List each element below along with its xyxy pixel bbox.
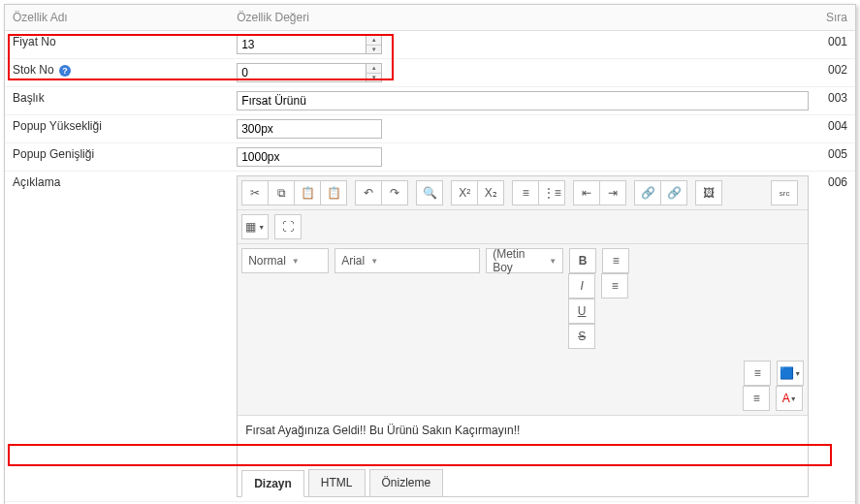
unordered-list-icon[interactable]: ⋮≡ bbox=[538, 180, 565, 205]
size-dropdown[interactable]: (Metin Boy▼ bbox=[486, 248, 563, 273]
paste-special-icon[interactable]: 📋 bbox=[320, 180, 347, 205]
cut-icon[interactable]: ✂ bbox=[241, 180, 269, 205]
properties-panel: Özellik Adı Özellik Değeri Sıra Fiyat No… bbox=[4, 4, 856, 504]
tab-preview[interactable]: Önizleme bbox=[369, 469, 444, 496]
label-stok-no: Stok No ? bbox=[5, 59, 229, 87]
tab-html[interactable]: HTML bbox=[308, 469, 366, 496]
row-popup-height: Popup Yüksekliği 004 bbox=[5, 115, 855, 143]
tab-design[interactable]: Dizayn bbox=[241, 470, 304, 497]
align-left-icon[interactable]: ≡ bbox=[602, 248, 629, 273]
properties-table: Özellik Adı Özellik Değeri Sıra Fiyat No… bbox=[5, 5, 855, 504]
editor-content[interactable]: Fırsat Ayağınıza Geldi!! Bu Ürünü Sakın … bbox=[238, 416, 808, 464]
help-icon[interactable]: ? bbox=[59, 65, 71, 77]
label-popup-width: Popup Genişliği bbox=[5, 143, 229, 172]
row-baslik: Başlık 003 bbox=[5, 87, 855, 115]
label-baslik: Başlık bbox=[5, 87, 229, 115]
order-001: 001 bbox=[816, 31, 855, 59]
italic-icon[interactable]: I bbox=[568, 273, 595, 299]
order-004: 004 bbox=[816, 115, 855, 143]
label-aciklama: Açıklama bbox=[5, 172, 229, 502]
paste-icon[interactable]: 📋 bbox=[294, 180, 321, 205]
step-down-icon[interactable]: ▼ bbox=[366, 74, 381, 82]
align-right-icon[interactable]: ≡ bbox=[744, 361, 771, 386]
label-popup-height: Popup Yüksekliği bbox=[5, 115, 229, 143]
underline-icon[interactable]: U bbox=[568, 299, 595, 324]
rich-text-editor: ✂ ⧉ 📋 📋 ↶ ↷ 🔍 X² bbox=[237, 175, 809, 497]
unlink-icon[interactable]: 🔗 bbox=[660, 180, 687, 205]
label-fiyat-no: Fiyat No bbox=[5, 31, 229, 59]
editor-toolbar-3: Normal▼ Arial▼ (Metin Boy▼ B I U S ≡ ≡ bbox=[238, 244, 808, 416]
indent-icon[interactable]: ⇥ bbox=[599, 180, 626, 205]
font-dropdown[interactable]: Arial▼ bbox=[334, 248, 480, 273]
ordered-list-icon[interactable]: ≡ bbox=[512, 180, 539, 205]
stok-no-stepper[interactable]: ▲▼ bbox=[237, 63, 382, 82]
row-fiyat-no: Fiyat No ▲▼ 001 bbox=[5, 31, 855, 59]
redo-icon[interactable]: ↷ bbox=[381, 180, 408, 205]
order-003: 003 bbox=[816, 87, 855, 115]
back-color-icon[interactable]: 🟦▼ bbox=[777, 361, 804, 386]
header-name: Özellik Adı bbox=[5, 5, 229, 31]
order-005: 005 bbox=[816, 143, 855, 172]
format-dropdown[interactable]: Normal▼ bbox=[241, 248, 329, 273]
editor-mode-tabs: Dizayn HTML Önizleme bbox=[238, 464, 808, 496]
popup-width-input[interactable] bbox=[237, 147, 382, 167]
order-002: 002 bbox=[816, 59, 855, 87]
row-aciklama: Açıklama ✂ ⧉ 📋 📋 ↶ ↷ bbox=[5, 172, 855, 502]
baslik-input[interactable] bbox=[237, 91, 809, 110]
align-justify-icon[interactable]: ≡ bbox=[743, 386, 770, 411]
step-up-icon[interactable]: ▲ bbox=[366, 64, 381, 74]
bold-icon[interactable]: B bbox=[569, 248, 596, 273]
fullscreen-icon[interactable]: ⛶ bbox=[274, 214, 302, 239]
stok-no-input[interactable] bbox=[238, 64, 366, 81]
step-up-icon[interactable]: ▲ bbox=[366, 36, 381, 46]
fiyat-no-stepper[interactable]: ▲▼ bbox=[237, 35, 382, 54]
editor-toolbar-1: ✂ ⧉ 📋 📋 ↶ ↷ 🔍 X² bbox=[238, 176, 808, 210]
row-stok-no: Stok No ? ▲▼ 002 bbox=[5, 59, 855, 87]
image-icon[interactable]: 🖼 bbox=[695, 180, 722, 205]
link-icon[interactable]: 🔗 bbox=[634, 180, 661, 205]
copy-icon[interactable]: ⧉ bbox=[268, 180, 295, 205]
superscript-icon[interactable]: X² bbox=[451, 180, 478, 205]
editor-toolbar-2: ▦ ▼ ⛶ bbox=[238, 210, 808, 244]
popup-height-input[interactable] bbox=[237, 119, 382, 139]
row-popup-width: Popup Genişliği 005 bbox=[5, 143, 855, 172]
strike-icon[interactable]: S bbox=[568, 324, 595, 349]
subscript-icon[interactable]: X₂ bbox=[477, 180, 504, 205]
table-icon[interactable]: ▦ ▼ bbox=[241, 214, 269, 239]
header-order: Sıra bbox=[816, 5, 855, 31]
undo-icon[interactable]: ↶ bbox=[355, 180, 382, 205]
find-replace-icon[interactable]: 🔍 bbox=[416, 180, 443, 205]
fiyat-no-input[interactable] bbox=[238, 36, 366, 53]
fore-color-icon[interactable]: A▼ bbox=[776, 386, 803, 411]
outdent-icon[interactable]: ⇤ bbox=[573, 180, 600, 205]
header-value: Özellik Değeri bbox=[229, 5, 816, 31]
order-006: 006 bbox=[816, 172, 855, 502]
align-center-icon[interactable]: ≡ bbox=[601, 273, 628, 299]
step-down-icon[interactable]: ▼ bbox=[366, 46, 381, 54]
source-icon[interactable]: src bbox=[771, 180, 798, 205]
